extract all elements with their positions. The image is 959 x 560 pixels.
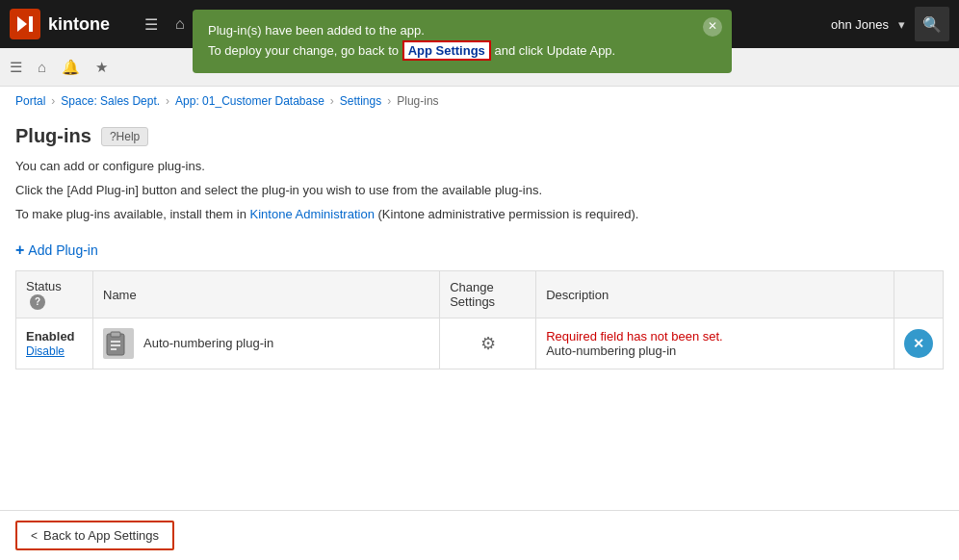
plugin-error-text: Required field has not been set. xyxy=(546,329,723,344)
disable-link[interactable]: Disable xyxy=(26,344,65,358)
plus-icon: + xyxy=(15,242,24,259)
back-button-label: Back to App Settings xyxy=(43,528,159,543)
remove-cell: ✕ xyxy=(894,318,944,369)
sub-menu-icon[interactable]: ☰ xyxy=(10,59,22,76)
sub-favorites-icon[interactable]: ★ xyxy=(95,59,108,76)
main-content: Plug-ins ?Help You can add or configure … xyxy=(0,115,959,385)
notification-banner: Plug-in(s) have been added to the app. T… xyxy=(193,10,732,73)
kintone-logo xyxy=(10,9,40,39)
chevron-down-icon[interactable]: ▾ xyxy=(898,17,905,32)
description-line3: To make plug-ins available, install them… xyxy=(15,205,944,225)
remove-plugin-button[interactable]: ✕ xyxy=(904,329,933,358)
page-title-row: Plug-ins ?Help xyxy=(15,125,944,147)
sub-nav-icons: ☰ ⌂ 🔔 ★ xyxy=(10,59,108,76)
breadcrumb-current: Plug-ins xyxy=(397,94,438,108)
plugin-icon xyxy=(103,328,134,359)
add-plugin-button[interactable]: + Add Plug-in xyxy=(15,242,98,259)
home-icon[interactable]: ⌂ xyxy=(175,15,185,33)
status-enabled-label: Enabled xyxy=(26,329,83,344)
kintone-admin-link[interactable]: Kintone Administration xyxy=(250,207,375,221)
app-name: kintone xyxy=(48,14,110,35)
description-line2: Click the [Add Plug-in] button and selec… xyxy=(15,181,944,201)
back-to-app-settings-button[interactable]: < Back to App Settings xyxy=(15,521,174,550)
search-icon[interactable]: 🔍 xyxy=(915,7,949,41)
col-header-name: Name xyxy=(93,271,440,318)
plugin-name-label: Auto-numbering plug-in xyxy=(143,336,273,350)
breadcrumb: Portal › Space: Sales Dept. › App: 01_Cu… xyxy=(0,87,959,115)
col-header-description: Description xyxy=(536,271,894,318)
plugin-description-text: Auto-numbering plug-in xyxy=(546,344,676,358)
bottom-bar: < Back to App Settings xyxy=(0,510,959,560)
plugin-icon-svg xyxy=(105,330,132,357)
notification-close-button[interactable]: ✕ xyxy=(703,17,722,37)
menu-icon[interactable]: ☰ xyxy=(144,15,158,34)
table-row: Enabled Disable xyxy=(16,318,944,369)
user-name: ohn Jones xyxy=(831,17,889,32)
sub-home-icon[interactable]: ⌂ xyxy=(38,59,46,75)
breadcrumb-settings[interactable]: Settings xyxy=(340,94,381,108)
top-navigation: kintone ☰ ⌂ 🔔 ★ ohn Jones ▾ 🔍 Plug-in(s)… xyxy=(0,0,959,48)
status-cell: Enabled Disable xyxy=(16,318,93,369)
chevron-left-icon: < xyxy=(31,529,38,543)
svg-rect-4 xyxy=(111,332,120,337)
plugin-table: Status ? Name Change Settings Descriptio… xyxy=(15,270,944,369)
status-help-icon[interactable]: ? xyxy=(30,294,45,310)
breadcrumb-portal[interactable]: Portal xyxy=(15,94,45,108)
breadcrumb-space[interactable]: Space: Sales Dept. xyxy=(61,94,160,108)
nav-right: ohn Jones ▾ 🔍 xyxy=(831,7,949,41)
col-header-status: Status ? xyxy=(16,271,93,318)
help-badge[interactable]: ?Help xyxy=(101,127,148,146)
svg-rect-2 xyxy=(29,16,33,32)
plugin-name-row: Auto-numbering plug-in xyxy=(103,328,429,359)
description-cell: Required field has not been set. Auto-nu… xyxy=(536,318,894,369)
plugin-name-cell: Auto-numbering plug-in xyxy=(93,318,440,369)
logo-area: kintone xyxy=(10,9,135,39)
table-header-row: Status ? Name Change Settings Descriptio… xyxy=(16,271,944,318)
col-header-change-settings: Change Settings xyxy=(440,271,536,318)
col-header-remove xyxy=(894,271,944,318)
add-plugin-label: Add Plug-in xyxy=(28,242,97,258)
change-settings-cell: ⚙ xyxy=(440,318,536,369)
notification-line1: Plug-in(s) have been added to the app. xyxy=(208,23,425,38)
page-title: Plug-ins xyxy=(15,125,91,147)
sub-notification-icon[interactable]: 🔔 xyxy=(62,59,80,76)
breadcrumb-app[interactable]: App: 01_Customer Database xyxy=(175,94,324,108)
app-settings-link[interactable]: App Settings xyxy=(402,40,491,61)
notification-line2-before: To deploy your change, go back to xyxy=(208,43,399,58)
settings-gear-icon[interactable]: ⚙ xyxy=(450,333,526,354)
description-line1: You can add or configure plug-ins. xyxy=(15,157,944,177)
notification-line2-after: and click Update App. xyxy=(494,43,615,58)
